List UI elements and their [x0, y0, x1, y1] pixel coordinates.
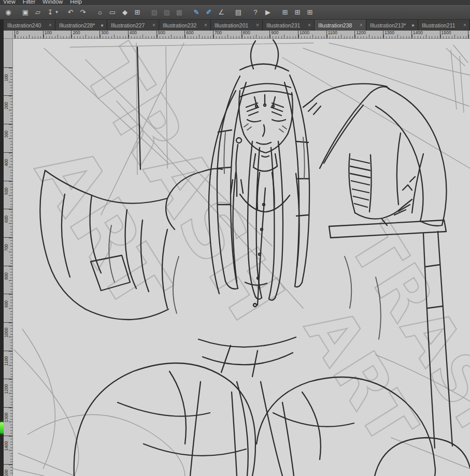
menu-filter[interactable]: Filter [22, 0, 41, 5]
undo-icon[interactable]: ↶ [64, 7, 77, 18]
new-view-2-icon[interactable]: ⊞ [291, 7, 304, 18]
eraser-icon[interactable]: ◆ [119, 7, 131, 18]
new-view-1-icon[interactable]: ⊞ [279, 7, 291, 18]
vruler-mark-1200: 1200 [4, 379, 12, 408]
vruler-mark-600: 600 [4, 209, 12, 238]
lower-area: Illustration240×Illustration228*●Illustr… [0, 20, 470, 476]
hruler-mark-500: 500 [156, 31, 186, 38]
content-column: Illustration240×Illustration228*●Illustr… [4, 20, 470, 476]
color-mix-icon[interactable]: ☼ [94, 7, 106, 18]
vruler-mark-300: 300 [4, 124, 12, 153]
hruler-mark-600: 600 [184, 31, 213, 38]
step-forward-icon[interactable]: ▶ [262, 7, 274, 18]
tab-label: Illustration238 [318, 22, 357, 28]
tab-label: Illustration227 [111, 22, 150, 28]
tab-close-icon[interactable]: × [255, 22, 260, 28]
tab-illustration240[interactable]: Illustration240× [4, 20, 55, 31]
tab-close-icon[interactable]: × [48, 22, 53, 28]
hruler-mark-1100: 1100 [326, 31, 355, 38]
new-canvas-icon[interactable]: ▣ [19, 7, 32, 18]
tab-modified-dot[interactable]: ● [99, 22, 105, 28]
hruler-mark-1500: 1500 [440, 31, 469, 38]
collapsed-palette-strip [0, 20, 4, 476]
menu-view[interactable]: View [2, 0, 22, 5]
ruler-corner [4, 31, 13, 39]
tab-label: Illustration232 [163, 22, 202, 28]
vruler-mark-400: 400 [4, 152, 12, 181]
tab-illustration211[interactable]: Illustration211× [418, 20, 470, 31]
tab-close-icon[interactable]: × [151, 22, 156, 28]
hruler-mark-400: 400 [128, 31, 157, 38]
redo-icon[interactable]: ↷ [77, 7, 89, 18]
vruler-mark-800: 800 [4, 266, 12, 295]
ruler-row: 0100200300400500600700800900100011001200… [4, 31, 470, 39]
app-window: ViewFilterWindowHelp ◉▣▱↧▾↶↷☼▭◆⊞▧▨▩✎✐∠▤?… [0, 0, 470, 476]
tab-close-icon[interactable]: × [307, 22, 312, 28]
selection-border-icon[interactable]: ▩ [173, 7, 186, 18]
show-rulers-icon[interactable]: ▤ [232, 7, 245, 18]
vruler-mark-900: 900 [4, 294, 12, 323]
save-options-chevron-icon[interactable]: ▾ [54, 7, 60, 18]
snap-to-ruler-icon[interactable]: ✎ [190, 7, 203, 18]
tab-illustration213[interactable]: Illustration213*● [366, 20, 418, 31]
hruler-mark-0: 0 [15, 31, 44, 38]
hruler-mark-200: 200 [71, 31, 100, 38]
hruler-mark-100: 100 [43, 31, 72, 38]
tab-illustration201[interactable]: Illustration201× [211, 20, 263, 31]
invert-selection-icon[interactable]: ▨ [161, 7, 173, 18]
tab-close-icon[interactable]: × [359, 22, 364, 28]
snap-to-special-ruler-icon[interactable]: ✐ [203, 7, 215, 18]
menu-help[interactable]: Help [69, 0, 88, 5]
new-view-3-icon[interactable]: ⊞ [304, 7, 316, 18]
menu-bar: ViewFilterWindowHelp [0, 0, 470, 5]
vruler-mark-1400: 1400 [4, 436, 12, 465]
deselect-icon[interactable]: ▧ [148, 7, 161, 18]
hruler-mark-1600: 1600 [468, 31, 470, 38]
menu-window[interactable]: Window [41, 0, 69, 5]
tab-modified-dot[interactable]: ● [410, 22, 416, 28]
main-area: 1002003004005006007008009001000110012001… [4, 39, 470, 476]
hruler-mark-900: 900 [269, 31, 298, 38]
hruler-mark-1400: 1400 [411, 31, 440, 38]
ruler-vertical[interactable]: 1002003004005006007008009001000110012001… [4, 39, 13, 476]
ruler-horizontal[interactable]: 0100200300400500600700800900100011001200… [13, 31, 470, 39]
watermark: TRASH ART TRASH ART [18, 39, 470, 468]
tab-close-icon[interactable]: × [203, 22, 208, 28]
tab-illustration232[interactable]: Illustration232× [159, 20, 211, 31]
tab-bar: Illustration240×Illustration228*●Illustr… [4, 20, 470, 31]
toolbar: ◉▣▱↧▾↶↷☼▭◆⊞▧▨▩✎✐∠▤?▶⊞⊞⊞ [0, 5, 470, 20]
help-icon[interactable]: ? [249, 7, 262, 18]
tab-label: Illustration240 [7, 22, 46, 28]
hruler-mark-1300: 1300 [383, 31, 412, 38]
vruler-mark-1000: 1000 [4, 322, 12, 351]
vruler-mark-1300: 1300 [4, 407, 12, 436]
tab-illustration228[interactable]: Illustration228*● [55, 20, 107, 31]
vruler-mark-500: 500 [4, 181, 12, 210]
tab-illustration227[interactable]: Illustration227× [107, 20, 159, 31]
app-logo-icon[interactable]: ◉ [2, 7, 15, 18]
vruler-mark-1100: 1100 [4, 351, 12, 380]
tab-label: Illustration211 [422, 22, 461, 28]
tab-illustration231[interactable]: Illustration231× [263, 20, 315, 31]
vruler-mark-200: 200 [4, 95, 12, 124]
open-file-icon[interactable]: ▱ [32, 7, 44, 18]
tab-label: Illustration228* [59, 22, 98, 28]
hruler-mark-1200: 1200 [354, 31, 383, 38]
hruler-mark-300: 300 [99, 31, 129, 38]
hruler-mark-800: 800 [241, 31, 270, 38]
tab-label: Illustration231 [266, 22, 305, 28]
delete-icon[interactable]: ▭ [106, 7, 119, 18]
tab-label: Illustration201 [215, 22, 253, 28]
canvas[interactable]: TRASH ART TRASH ART [13, 39, 470, 476]
snap-to-grid-icon[interactable]: ∠ [215, 7, 227, 18]
vruler-mark-100: 100 [4, 67, 12, 96]
vruler-mark-700: 700 [4, 237, 12, 266]
palette-edge-indicator[interactable] [0, 422, 4, 434]
canvas-sketch: TRASH ART TRASH ART [13, 39, 470, 476]
tab-close-icon[interactable]: × [462, 22, 467, 28]
hruler-mark-1000: 1000 [298, 31, 327, 38]
vruler-mark-1500: 1500 [4, 464, 12, 476]
canvas-size-icon[interactable]: ⊞ [131, 7, 144, 18]
tab-illustration238[interactable]: Illustration238× [315, 20, 366, 31]
hruler-mark-700: 700 [213, 31, 242, 38]
